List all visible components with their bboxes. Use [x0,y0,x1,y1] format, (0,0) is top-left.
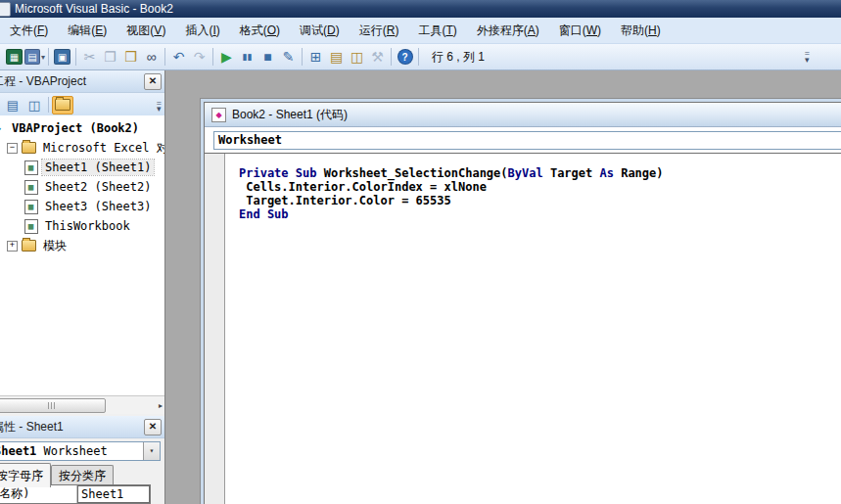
code-area: Private Sub Worksheet_SelectionChange(By… [205,154,841,504]
properties-panel: 属性 - Sheet1 ✕ Sheet1 Worksheet ▾ 按字母序按分类… [0,416,164,504]
tree-item[interactable]: ▦Sheet3 (Sheet3) [0,197,164,216]
menu-item-7[interactable]: 工具(T) [408,18,466,44]
tree-item[interactable]: ▦Sheet2 (Sheet2) [0,177,164,197]
menu-item-2[interactable]: 视图(V) [117,18,175,44]
code-line: End Sub [239,207,841,221]
code-line: Target.Interior.Color = 65535 [239,194,841,207]
run-button[interactable]: ▶ [216,47,237,68]
menu-item-1[interactable]: 编辑(E) [58,18,117,44]
folder-icon [22,239,36,252]
properties-window-button[interactable]: ▤ [326,47,347,68]
menu-item-8[interactable]: 外接程序(A) [467,18,549,44]
object-browser-button[interactable]: ◫ [347,47,367,68]
vba-project-icon: ❖ [0,121,5,135]
object-selector-combobox[interactable]: Sheet1 Worksheet ▾ [0,441,161,461]
project-toolbar-overflow-icon[interactable]: =▾ [157,100,162,112]
project-tree-hscrollbar[interactable]: ▸ [0,395,164,414]
view-object-button[interactable]: ◫ [23,96,45,115]
tree-item[interactable]: ▦ThisWorkbook [0,216,164,236]
code-window-titlebar[interactable]: ◆ Book2 - Sheet1 (代码) [205,103,841,127]
menu-item-10[interactable]: 帮助(H) [611,18,671,44]
properties-header: 属性 - Sheet1 ✕ [0,416,164,438]
mdi-client-area: ◆ Book2 - Sheet1 (代码) Worksheet Private … [165,70,841,504]
collapse-icon[interactable]: − [7,143,18,154]
selector-dropdown-icon[interactable]: ▾ [143,442,160,460]
copy-button[interactable]: ❐ [100,47,120,68]
properties-tabs: 按字母序按分类序 [0,463,164,482]
folder-icon [55,99,70,111]
properties-close-icon[interactable]: ✕ [144,419,162,435]
toolbox-button[interactable]: ⚒ [367,47,388,68]
worksheet-icon: ▦ [23,160,38,174]
app-icon [0,2,11,17]
tree-item[interactable]: ▦Sheet1 (Sheet1) [0,158,164,177]
code-window: ◆ Book2 - Sheet1 (代码) Worksheet Private … [200,98,841,504]
properties-tab-0[interactable]: 按字母序 [0,463,51,487]
paste-button[interactable]: ❒ [120,47,141,68]
tree-item-label: Sheet2 (Sheet2) [42,179,154,195]
properties-title: 属性 - Sheet1 [0,420,64,434]
selected-object-type: Worksheet [44,444,108,458]
menu-item-9[interactable]: 窗口(W) [549,18,611,44]
window-title: Microsoft Visual Basic - Book2 [15,0,173,18]
help-button[interactable]: ? [395,47,415,68]
code-window-frame: ◆ Book2 - Sheet1 (代码) Worksheet Private … [204,102,841,504]
view-excel-icon: ▦ [6,49,23,65]
reset-button[interactable]: ■ [257,47,278,68]
find-button[interactable]: ∞ [141,47,162,68]
toolbar-separator [418,48,419,66]
menu-item-5[interactable]: 调试(D) [290,18,350,44]
tree-item-label: Sheet3 (Sheet3) [42,199,154,214]
insert-userform-icon: ▤ [24,49,40,65]
undo-button[interactable]: ↶ [168,47,189,68]
menu-item-3[interactable]: 插入(I) [175,18,229,44]
help-icon: ? [397,49,413,65]
view-code-button[interactable]: ▤ [2,96,23,115]
tree-item[interactable]: −Microsoft Excel 对象 [0,138,164,158]
redo-button[interactable]: ↷ [189,47,210,68]
toolbar-separator [391,48,392,66]
property-value[interactable]: Sheet1 [77,485,150,503]
toggle-folders-button[interactable] [52,96,73,115]
project-tree: ❖VBAProject (Book2)−Microsoft Excel 对象▦S… [0,115,164,399]
project-explorer-button[interactable]: ⊞ [305,47,326,68]
left-dock: 工程 - VBAProject ✕ ▤◫=▾ ❖VBAProject (Book… [0,70,165,504]
tree-item[interactable]: +模块 [0,236,164,255]
hscroll-right-arrow-icon[interactable]: ▸ [159,401,163,410]
code-editor[interactable]: Private Sub Worksheet_SelectionChange(By… [225,154,841,504]
selected-object-name: Sheet1 [0,444,36,458]
project-explorer-close-icon[interactable]: ✕ [144,73,162,90]
break-button[interactable]: ▮▮ [237,47,257,68]
standard-toolbar: ▦▤▾▣✂❐❒∞↶↷▶▮▮■✎⊞▤◫⚒?行 6 , 列 1 =▾ [0,44,841,70]
dropdown-arrow-icon[interactable]: ▾ [41,53,45,62]
menu-item-0[interactable]: 文件(F) [0,18,58,44]
workbook-icon: ▦ [23,219,38,233]
toolbar-overflow-icon[interactable]: =▾ [805,50,810,64]
save-button[interactable]: ▣ [52,47,72,68]
view-excel-button[interactable]: ▦ [4,47,24,68]
tree-item-label: Sheet1 (Sheet1) [42,160,154,175]
menu-item-4[interactable]: 格式(O) [230,18,290,44]
code-combo-row: Worksheet [205,127,841,154]
design-mode-button[interactable]: ✎ [278,47,299,68]
margin-indicator-bar[interactable] [205,154,225,504]
project-explorer-header: 工程 - VBAProject ✕ [0,70,164,93]
cut-button[interactable]: ✂ [79,47,100,68]
hscroll-thumb[interactable] [0,398,106,413]
object-dropdown[interactable]: Worksheet [213,131,841,150]
worksheet-icon: ▦ [23,200,38,213]
save-icon: ▣ [54,49,70,65]
expand-icon[interactable]: + [7,241,18,252]
properties-grid: (名称)Sheet1 [0,484,151,504]
code-window-title: Book2 - Sheet1 (代码) [232,107,348,123]
menubar: 文件(F)编辑(E)视图(V)插入(I)格式(O)调试(D)运行(R)工具(T)… [0,18,841,44]
toolbar-separator [302,48,303,66]
property-key: (名称) [0,485,77,503]
tree-item[interactable]: ❖VBAProject (Book2) [0,118,164,138]
menu-item-6[interactable]: 运行(R) [350,18,409,44]
tree-item-label: VBAProject (Book2) [9,120,142,136]
project-explorer-title: 工程 - VBAProject [0,74,86,88]
toolbar-separator [164,48,165,66]
insert-userform-button[interactable]: ▤▾ [24,47,45,68]
worksheet-icon: ▦ [23,180,38,194]
